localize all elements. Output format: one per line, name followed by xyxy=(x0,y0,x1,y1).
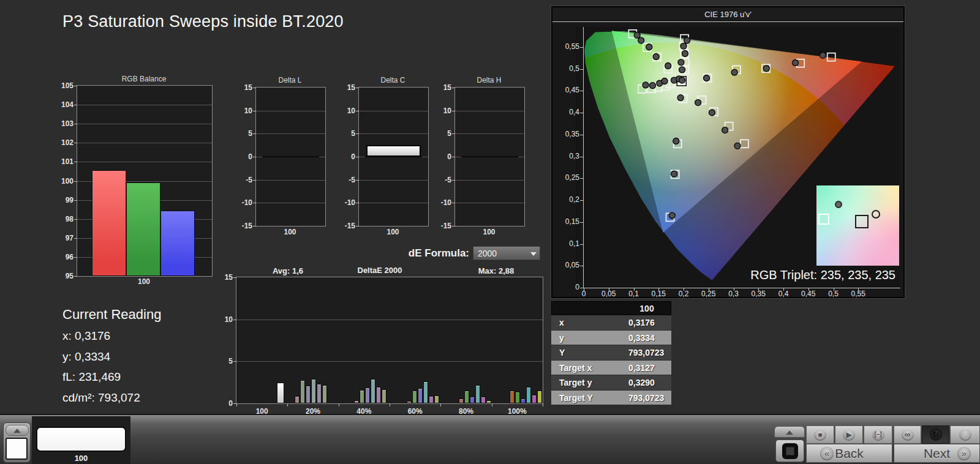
cie-measurement-marker xyxy=(680,43,687,49)
collapse-button[interactable] xyxy=(6,425,29,436)
tick xyxy=(580,244,583,245)
deltae-bar xyxy=(459,399,464,403)
patch-color-button[interactable] xyxy=(6,438,28,460)
cie-measurement-marker xyxy=(665,62,671,69)
record-button[interactable] xyxy=(950,425,980,444)
delta-ytick: -5 xyxy=(434,176,451,184)
tick xyxy=(452,111,455,111)
next-button-label: Next xyxy=(924,446,950,460)
tick xyxy=(253,180,256,181)
delta-ytick: 15 xyxy=(434,83,451,92)
inset-square-black xyxy=(855,215,869,228)
deltae-bar xyxy=(317,384,322,403)
tick xyxy=(452,226,455,226)
deltae-bar xyxy=(537,391,542,403)
refresh-button[interactable]: ↻ xyxy=(922,425,949,444)
cie-measurement-marker xyxy=(679,77,685,83)
table-row-value: 0,3334 xyxy=(628,333,655,343)
rgb-balance-ytick: 104 xyxy=(55,100,74,109)
rgb-balance-xlabel: 100 xyxy=(77,277,211,286)
delta-ytick: 10 xyxy=(235,107,252,115)
step-button[interactable]: [–] xyxy=(864,425,892,444)
cie-ytick: 0,5 xyxy=(556,64,579,73)
de-formula-label: dE Formula: xyxy=(366,247,469,260)
deltae-bar xyxy=(354,400,359,403)
deltae-plot: 05101510020%40%60%80%100% xyxy=(236,277,543,404)
rgb-balance-ytick: 105 xyxy=(55,81,74,90)
back-button[interactable]: « Back xyxy=(806,444,892,463)
rgb-balance-title: RGB Balance xyxy=(77,75,211,83)
deltae-bar xyxy=(311,379,316,403)
stop-button[interactable]: ■ xyxy=(806,425,834,444)
current-reading-line: fL: 231,469 xyxy=(62,370,121,384)
rgb-balance-ytick: 95 xyxy=(55,272,74,280)
current-patch-swatch[interactable] xyxy=(36,427,126,452)
delta-chart-plot-delta-c: 151050-5-10-15 xyxy=(358,87,429,226)
cie-xtick: 0,2 xyxy=(671,290,696,298)
tick xyxy=(356,180,359,181)
cie-measurement-marker xyxy=(682,50,688,56)
table-row: Y793,0723 xyxy=(551,345,671,361)
cie-measurement-marker xyxy=(646,44,652,50)
tick xyxy=(834,288,834,291)
table-row: Target x0,3127 xyxy=(551,361,671,376)
tick xyxy=(356,111,359,111)
rgb-balance-bar-green xyxy=(126,182,160,276)
tick xyxy=(74,200,77,201)
loop-button[interactable]: ∞ xyxy=(894,425,921,444)
cie-measurement-marker xyxy=(649,83,655,89)
cie-y-axis xyxy=(583,27,584,288)
results-table: 100 x0,3176y0,3334Y793,0723Target x0,312… xyxy=(551,301,671,405)
step-icon: [–] xyxy=(872,428,884,441)
delta-gridline xyxy=(455,180,524,181)
play-button[interactable]: ▶ xyxy=(835,425,863,444)
de-formula-dropdown[interactable]: 2000 xyxy=(473,246,540,260)
tick xyxy=(580,157,583,157)
tick xyxy=(580,47,583,48)
expand-button[interactable] xyxy=(774,426,805,438)
cie-xtick: 0,55 xyxy=(846,290,870,298)
stop-icon: ■ xyxy=(814,428,826,441)
deltae-bar xyxy=(322,385,327,403)
delta-ytick: 0 xyxy=(338,152,355,161)
deltae-bar xyxy=(486,400,491,403)
cie-measurement-marker xyxy=(709,110,715,116)
deltae-ytick: 0 xyxy=(218,399,233,408)
tick xyxy=(356,203,359,203)
cie-title: CIE 1976 u'v' xyxy=(552,10,903,19)
cie-ytick: 0,45 xyxy=(556,86,579,94)
cie-ytick: 0,2 xyxy=(556,195,579,204)
rgb-balance-ytick: 96 xyxy=(55,253,74,261)
delta-ytick: -10 xyxy=(235,198,252,207)
chevron-up-icon xyxy=(13,428,21,433)
tick xyxy=(658,288,659,291)
cie-xtick: 0,25 xyxy=(696,290,721,298)
rgb-balance-ytick: 102 xyxy=(55,138,74,147)
tick xyxy=(684,288,684,291)
tick xyxy=(580,113,583,113)
cie-xtick: 0,35 xyxy=(746,290,771,298)
table-row-label: y xyxy=(559,333,564,343)
delta-zero-line xyxy=(262,156,319,157)
page-title: P3 Saturation Sweeps inside BT.2020 xyxy=(62,12,344,31)
rgb-balance-plot: 1051041031021011009998979695 xyxy=(77,85,213,277)
group-tick xyxy=(543,403,543,406)
deltae-bar xyxy=(464,391,469,403)
cie-measurement-marker xyxy=(722,127,728,133)
delta-xlabel: 100 xyxy=(454,228,524,236)
tick xyxy=(609,288,609,291)
deltae-bar xyxy=(360,390,364,403)
cie-measurement-marker xyxy=(763,65,769,72)
tick xyxy=(253,157,256,157)
cie-measurement-marker xyxy=(634,32,640,38)
tick xyxy=(452,133,455,134)
cie-ytick: 0,3 xyxy=(556,152,579,160)
stop-square-icon xyxy=(782,443,798,459)
next-button[interactable]: Next » xyxy=(894,444,980,463)
deltae-bar xyxy=(475,385,480,403)
stop-patch-display-button[interactable] xyxy=(775,440,804,462)
deltae-bar xyxy=(382,389,386,403)
delta-bar xyxy=(366,145,421,157)
tick xyxy=(584,288,584,291)
cie-ytick: 0,25 xyxy=(556,173,579,182)
